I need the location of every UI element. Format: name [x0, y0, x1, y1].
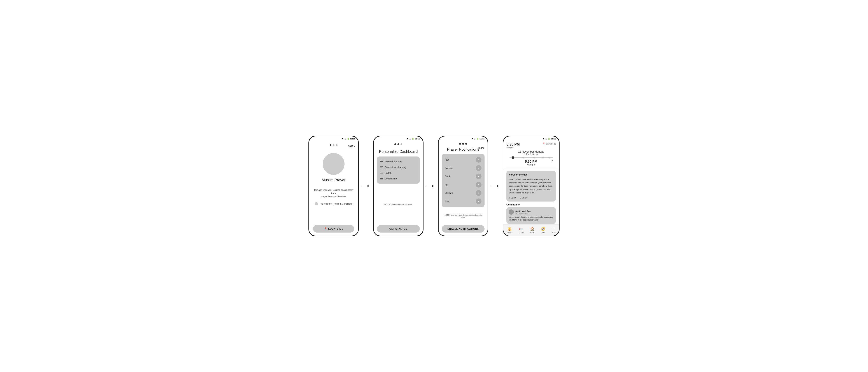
timeline-dot-5 — [549, 157, 550, 159]
dashboard-item-dua[interactable]: Dua before sleeping — [380, 164, 417, 170]
community-card: Aasif • Ask Dua 10 HOURS AGO Lorem ipsum… — [506, 207, 556, 224]
dot-3-2 — [462, 143, 464, 145]
toggle-sunrise[interactable]: ● — [476, 165, 482, 171]
nav-qibla[interactable]: 🧭 Qibla — [541, 227, 545, 233]
dots-row-1 — [330, 144, 338, 146]
time-3: 11:11 — [479, 138, 485, 140]
prayer-name-asr: Asr — [445, 183, 448, 186]
signal-icon-1: ▼ — [342, 138, 344, 140]
prayer-name-dhuhr: Dhuhr — [445, 175, 451, 178]
h-line-1 — [361, 186, 368, 186]
enable-notifications-label: ENABLE NOTIFICATIONS — [447, 228, 478, 230]
community-post-text: Lorem ipsum dolor sit amet, consectetur … — [508, 216, 554, 222]
toggle-asr[interactable]: ● — [476, 182, 482, 188]
toggle-dhuhr[interactable]: ● — [476, 173, 482, 179]
timeline-dot-3 — [533, 157, 535, 159]
verse-card: Verse of the day Give orphans their weal… — [506, 171, 556, 202]
status-bar-2: ▼ ▲ 🔋 11:11 — [374, 136, 423, 140]
share-label: Share — [522, 197, 527, 199]
toggle-maghrib[interactable]: ● — [476, 190, 482, 196]
nav-home[interactable]: 🏠 Home — [530, 227, 534, 233]
dashboard-item-community[interactable]: Community — [380, 176, 417, 181]
status-bar-3: ▼ ▲ 🔋 11:11 — [439, 136, 488, 140]
locate-me-button[interactable]: 📍 LOCATE ME — [313, 225, 354, 233]
prayers-icon: 🕌 — [507, 227, 512, 231]
share-verse-button[interactable]: ⤴ Share — [520, 197, 527, 199]
prayer-time-row: 5:30 PM Mahgrib 📍 Lalitpur ⊞ — [506, 142, 556, 149]
arrow-2 — [426, 185, 434, 187]
screen3-note: NOTE: You can turn these notifications o… — [442, 214, 485, 218]
battery-icon-3: 🔋 — [476, 138, 479, 140]
status-icons-2: ▼ ▲ 🔋 11:11 — [406, 138, 420, 140]
arrow-1 — [361, 185, 369, 187]
open-label: Open — [511, 197, 516, 199]
battery-icon-1: 🔋 — [347, 138, 349, 140]
dot-2-2 — [398, 143, 399, 145]
prayer-header: 5:30 PM Mahgrib 📍 Lalitpur ⊞ 16 November… — [503, 140, 559, 169]
dashboard-item-verse[interactable]: Verse of the day — [380, 159, 417, 164]
screen3-content: SKIP > Prayer Notifications Fajr ● Sunri… — [439, 140, 488, 236]
terms-checkbox[interactable] — [315, 202, 318, 205]
verse-text: Give orphans their wealth 'when they rea… — [509, 178, 553, 194]
grid-icon: ⊞ — [554, 142, 556, 145]
item-label-verse: Verse of the day — [384, 160, 402, 163]
h-arrowhead-1 — [368, 185, 369, 187]
community-user-row: Aasif • Ask Dua 10 HOURS AGO — [508, 209, 554, 215]
terms-link[interactable]: Terms & Conditions — [333, 203, 352, 205]
open-icon: ⤴ — [509, 197, 510, 199]
skip-button-3[interactable]: SKIP > — [477, 147, 485, 149]
share-top-button[interactable]: ⤴ — [551, 160, 553, 163]
toggle-isha[interactable]: ● — [476, 199, 482, 204]
open-verse-button[interactable]: ⤴ Open — [509, 197, 516, 199]
nav-prayers[interactable]: 🕌 Prayers — [506, 227, 513, 233]
enable-notifications-button[interactable]: ENABLE NOTIFICATIONS — [442, 225, 485, 233]
locate-me-label: LOCATE ME — [328, 228, 343, 230]
nav-more[interactable]: ··· More — [552, 227, 556, 233]
arrow-3 — [490, 185, 499, 187]
current-prayer-section: 5:30 PM Mahgrib ⤴ — [506, 159, 556, 167]
item-label-hadith: Hadith — [384, 172, 392, 174]
dots-row-2 — [394, 143, 402, 145]
screen4-phone: ▼ ▲ 🔋 11:11 5:30 PM Mahgrib 📍 Lalitpur ⊞ — [503, 136, 560, 236]
terms-prefix: I've read the — [319, 203, 332, 205]
timeline-dot-4 — [542, 157, 544, 159]
dot-3-1 — [459, 143, 461, 145]
prayer-time-block: 5:30 PM Mahgrib — [506, 142, 520, 149]
h-line-3 — [490, 186, 497, 186]
terms-row: I've read the Terms & Conditions — [315, 202, 352, 205]
dots-row-3 — [459, 143, 467, 145]
get-started-label: GET STARTED — [390, 228, 407, 230]
drag-icon-community — [380, 178, 383, 180]
dot-2-3 — [401, 143, 402, 145]
wifi-icon-3: ▲ — [474, 138, 476, 140]
location-display: 📍 Lalitpur ⊞ — [542, 142, 556, 145]
dashboard-item-hadith[interactable]: Hadith — [380, 170, 417, 176]
phone3-wrapper: ▼ ▲ 🔋 11:11 SKIP > Prayer Notifications — [438, 136, 499, 236]
community-username: Aasif • Ask Dua — [516, 210, 531, 212]
screen1-top-bar: SKIP > — [309, 140, 358, 147]
qibla-icon: 🧭 — [541, 227, 545, 231]
dot-1-3 — [336, 144, 338, 146]
time-2: 11:11 — [415, 138, 420, 140]
drag-icon-dua — [380, 166, 383, 168]
toggle-fajr[interactable]: ● — [476, 157, 482, 163]
get-started-button[interactable]: GET STARTED — [377, 225, 420, 233]
screen3-phone: ▼ ▲ 🔋 11:11 SKIP > Prayer Notifications — [438, 136, 488, 236]
status-icons-1: ▼ ▲ 🔋 11:11 — [342, 138, 355, 140]
prayers-label: Prayers — [506, 232, 513, 233]
date-section: 16 November Monday 1 Rabi'ul Akhir — [506, 149, 556, 157]
current-prayer-time: 5:30 PM — [509, 160, 553, 163]
more-icon: ··· — [552, 227, 556, 231]
status-icons-4: ▼ ▲ 🔋 11:11 — [542, 138, 556, 140]
dashboard-card: Verse of the day Dua before sleeping — [377, 157, 420, 183]
verse-actions: ⤴ Open ⤴ Share — [509, 197, 553, 199]
timeline-dot-2 — [522, 157, 524, 159]
drag-icon-verse — [380, 161, 383, 163]
community-section: Community Aasif • Ask Dua 10 HOURS AGO — [506, 203, 556, 224]
screen4-content: 5:30 PM Mahgrib 📍 Lalitpur ⊞ 16 November… — [503, 140, 559, 224]
skip-button-1[interactable]: SKIP > — [348, 145, 355, 147]
hijri-date: 1 Rabi'ul Akhir — [506, 153, 556, 156]
home-label: Home — [530, 232, 534, 233]
quran-icon: 📖 — [519, 227, 524, 231]
nav-quran[interactable]: 📖 Quran — [519, 227, 524, 233]
